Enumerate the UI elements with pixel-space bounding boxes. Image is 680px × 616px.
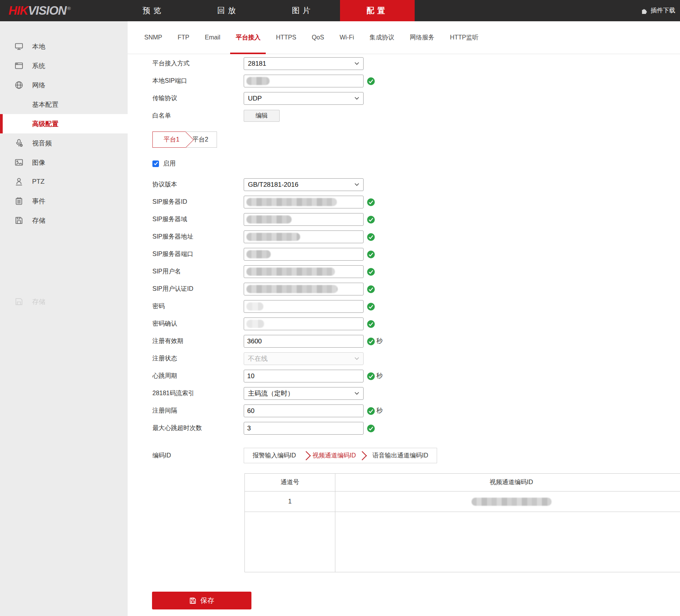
save-icon bbox=[189, 597, 196, 604]
tab-https[interactable]: HTTPS bbox=[276, 21, 296, 54]
redacted-value bbox=[246, 268, 335, 276]
whitelist-edit-button[interactable]: 编辑 bbox=[244, 110, 280, 122]
sip-server-address-label: SIP服务器地址 bbox=[128, 233, 244, 241]
tab-qos[interactable]: QoS bbox=[312, 21, 324, 54]
valid-check-icon bbox=[367, 215, 375, 224]
sip-server-domain-label: SIP服务器域 bbox=[128, 215, 244, 224]
sip-server-id-input[interactable] bbox=[244, 196, 364, 208]
access-type-select[interactable]: 28181 bbox=[244, 57, 364, 70]
sip-server-domain-input[interactable] bbox=[244, 213, 364, 226]
save-button[interactable]: 保存 bbox=[152, 592, 251, 609]
hikvision-logo: HIKVISION® bbox=[9, 4, 70, 18]
tab-email[interactable]: Email bbox=[205, 21, 220, 54]
enable-checkbox[interactable] bbox=[152, 160, 159, 167]
sidebar-item-ptz[interactable]: PTZ bbox=[0, 172, 128, 191]
protocol-version-select[interactable]: GB/T28181-2016 bbox=[244, 178, 364, 191]
sip-username-label: SIP用户名 bbox=[128, 268, 244, 276]
chevron-down-icon bbox=[354, 97, 359, 100]
logo-registered-mark: ® bbox=[67, 5, 70, 11]
valid-check-icon bbox=[367, 233, 375, 241]
sidebar-item-system[interactable]: 系统 bbox=[0, 56, 128, 75]
platform-form: 协议版本 GB/T28181-2016 SIP服务器ID SIP服务器域 bbox=[128, 176, 680, 609]
tab-network-service[interactable]: 网络服务 bbox=[410, 21, 434, 54]
sip-user-auth-id-label: SIP用户认证ID bbox=[128, 285, 244, 293]
local-sip-port-input[interactable] bbox=[244, 75, 364, 87]
tab-video-channel-encode-id[interactable]: 视频通道编码ID bbox=[309, 452, 359, 460]
table-row[interactable]: 1 bbox=[245, 491, 680, 512]
sidebar-item-network[interactable]: 网络 bbox=[0, 75, 128, 95]
reg-interval-label: 注册间隔 bbox=[128, 407, 244, 415]
form-row-local-sip-port: 本地SIP端口 bbox=[128, 72, 680, 90]
sidebar-item-local[interactable]: 本地 bbox=[0, 37, 128, 56]
protocol-version-value: GB/T28181-2016 bbox=[248, 181, 298, 189]
transport-select[interactable]: UDP bbox=[244, 92, 364, 105]
logo-hik: HIK bbox=[9, 4, 28, 17]
sip-user-auth-id-input[interactable] bbox=[244, 283, 364, 295]
reg-interval-input[interactable] bbox=[244, 404, 364, 417]
sidebar-item-basic-config[interactable]: 基本配置 bbox=[0, 95, 128, 114]
tab-alarm-input-encode-id[interactable]: 报警输入编码ID bbox=[246, 452, 303, 460]
sip-server-address-input[interactable] bbox=[244, 230, 364, 243]
form-row-reg-validity: 注册有效期 秒 bbox=[128, 333, 680, 350]
redacted-value bbox=[246, 285, 338, 293]
top-nav: 预览 回放 图片 配置 bbox=[116, 0, 415, 21]
sidebar-item-storage[interactable]: 存储 bbox=[0, 211, 128, 230]
top-tab-preview[interactable]: 预览 bbox=[116, 0, 191, 21]
network-subtabs: SNMP FTP Email 平台接入 HTTPS QoS Wi-Fi 集成协议… bbox=[128, 21, 680, 54]
sidebar-item-label: 存储 bbox=[32, 216, 45, 225]
tab-platform-access[interactable]: 平台接入 bbox=[236, 21, 260, 54]
reg-status-select: 不在线 bbox=[244, 352, 364, 365]
sidebar-item-event[interactable]: 事件 bbox=[0, 191, 128, 211]
channel-no-header: 通道号 bbox=[245, 474, 335, 491]
top-tab-playback[interactable]: 回放 bbox=[191, 0, 265, 21]
tab-ftp[interactable]: FTP bbox=[178, 21, 189, 54]
redacted-value bbox=[246, 302, 263, 311]
sidebar-item-advanced-config[interactable]: 高级配置 bbox=[0, 114, 128, 133]
redacted-value bbox=[246, 233, 300, 241]
form-row-password: 密码 bbox=[128, 298, 680, 315]
top-tab-configuration[interactable]: 配置 bbox=[340, 0, 415, 21]
form-row-heartbeat-period: 心跳周期 秒 bbox=[128, 367, 680, 385]
form-row-whitelist: 白名单 编辑 bbox=[128, 107, 680, 125]
sip-username-input[interactable] bbox=[244, 265, 364, 278]
sidebar-item-audio-video[interactable]: 视音频 bbox=[0, 133, 128, 153]
sidebar-ghost-item: 存储 bbox=[0, 292, 128, 311]
top-tab-picture[interactable]: 图片 bbox=[265, 0, 340, 21]
sidebar-ghost-label: 存储 bbox=[32, 297, 45, 306]
password-confirm-label: 密码确认 bbox=[128, 320, 244, 328]
form-row-sip-server-domain: SIP服务器域 bbox=[128, 211, 680, 228]
tab-wifi[interactable]: Wi-Fi bbox=[340, 21, 354, 54]
plugin-download-button[interactable]: 插件下载 bbox=[641, 0, 675, 21]
tab-snmp[interactable]: SNMP bbox=[144, 21, 162, 54]
form-row-sip-username: SIP用户名 bbox=[128, 263, 680, 280]
chevron-down-icon bbox=[354, 357, 359, 360]
sidebar-item-image[interactable]: 图像 bbox=[0, 153, 128, 172]
form-row-encode-id: 编码ID 报警输入编码ID 视频通道编码ID 语音输出通道编码ID bbox=[128, 448, 680, 463]
floppy-icon bbox=[15, 297, 23, 306]
reg-validity-input[interactable] bbox=[244, 335, 364, 348]
max-heartbeat-timeout-input[interactable] bbox=[244, 422, 364, 435]
save-button-label: 保存 bbox=[200, 596, 214, 605]
top-bar: HIKVISION® 预览 回放 图片 配置 插件下载 bbox=[0, 0, 680, 21]
valid-check-icon bbox=[367, 285, 375, 293]
form-row-access-type: 平台接入方式 28181 bbox=[128, 55, 680, 72]
encode-id-cell bbox=[335, 491, 680, 512]
stream-index-select[interactable]: 主码流（定时） bbox=[244, 387, 364, 400]
tab-http-listening[interactable]: HTTP监听 bbox=[450, 21, 478, 54]
sip-server-id-label: SIP服务器ID bbox=[128, 198, 244, 206]
tab-audio-output-channel-encode-id[interactable]: 语音输出通道编码ID bbox=[366, 452, 435, 460]
heartbeat-period-label: 心跳周期 bbox=[128, 372, 244, 380]
password-input[interactable] bbox=[244, 300, 364, 313]
table-empty-row bbox=[245, 512, 680, 572]
microphone-icon bbox=[15, 139, 23, 147]
heartbeat-period-input[interactable] bbox=[244, 370, 364, 382]
chevron-down-icon bbox=[354, 183, 359, 186]
floppy-icon bbox=[15, 216, 23, 225]
form-row-protocol-version: 协议版本 GB/T28181-2016 bbox=[128, 176, 680, 193]
access-type-label: 平台接入方式 bbox=[128, 60, 244, 68]
tab-platform-1[interactable]: 平台1 bbox=[152, 131, 186, 148]
sip-server-port-input[interactable] bbox=[244, 248, 364, 261]
password-label: 密码 bbox=[128, 302, 244, 311]
tab-integration-protocol[interactable]: 集成协议 bbox=[369, 21, 394, 54]
password-confirm-input[interactable] bbox=[244, 317, 364, 330]
